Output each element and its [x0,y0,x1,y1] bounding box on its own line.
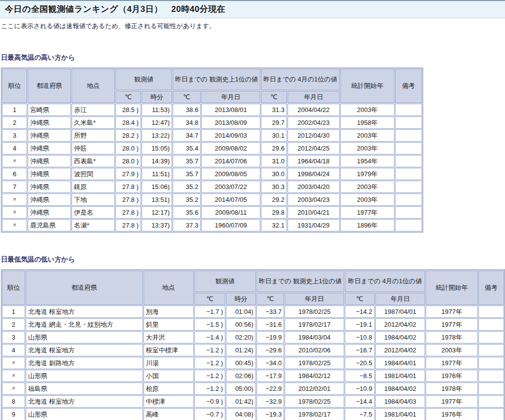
column-header-station: 地点 [144,270,194,305]
start-year-cell: 1954年 [340,155,395,167]
observed-time-cell: 15:05) [142,142,172,154]
start-year-cell: 1978年 [426,382,477,395]
prefecture-cell: 宮崎県 [28,104,71,116]
station-cell: 久米島* [72,116,115,129]
section-heading: 日最低気温の低い方から [1,255,505,264]
april-date-cell: 2012/04/25 [288,142,340,154]
observed-temp-cell: 28.5 ) [115,104,141,116]
unit-header-temp: ℃ [115,91,141,103]
observed-time-cell: 11:53) [142,104,172,116]
header-row-groups: 順位 都道府県 地点 観測値 昨日までの 観測史上1位の値 昨日までの 4月の1… [2,69,422,90]
station-cell: 伊是名 [72,206,115,219]
april-temp-cell: −14.2 [345,305,375,318]
april-date-cell: 1984/04/03 [375,395,426,408]
april-temp-cell: 29.6 [261,142,287,154]
start-year-cell: 1977年 [426,395,477,408]
observed-time-cell: 11:51) [142,168,172,180]
start-year-cell: 2003年 [340,129,395,142]
record-temp-cell: 34.8 [173,116,201,129]
column-header-prefecture: 都道府県 [28,69,71,103]
observed-temp-cell: −1.2 ) [194,382,225,395]
record-temp-cell: −19.3 [256,408,285,420]
april-temp-cell: 31.0 [261,155,287,167]
observed-time-cell: 13:51) [142,193,172,206]
april-date-cell: 2003/04/20 [288,181,340,193]
station-cell: 仲筋 [72,142,115,154]
column-header-april: 昨日までの 4月の1位の値 [345,270,426,292]
record-date-cell: 2013/08/09 [201,116,260,129]
april-date-cell: 1987/04/01 [375,305,426,318]
unit-header-date: 年月日 [285,293,344,305]
record-temp-cell: 37.3 [173,219,201,231]
record-temp-cell: −33.7 [256,305,285,318]
observed-temp-cell: 28.0 ) [115,155,141,167]
prefecture-cell: 沖縄県 [28,206,71,219]
prefecture-cell: 北海道 網走・北見・紋別地方 [26,318,143,331]
record-temp-cell: −32.9 [256,395,285,408]
start-year-cell: 1896年 [340,219,395,231]
table-row: 6沖縄県波照間27.9 )11:51)35.72009/08/0530.0199… [2,168,422,180]
start-year-cell: 1976年 [426,408,477,420]
rank-cell: 〃 [2,370,25,382]
record-temp-cell: −19.9 [256,331,285,344]
column-header-rank: 順位 [2,270,25,305]
record-temp-cell: −17.9 [256,370,285,382]
column-header-station: 地点 [72,69,115,103]
column-header-rank: 順位 [2,69,27,103]
record-temp-cell: 35.6 [173,206,201,219]
prefecture-cell: 沖縄県 [28,181,71,193]
unit-header-date: 年月日 [375,293,426,305]
start-year-cell: 2003年 [340,181,395,193]
observed-time-cell: 02:20) [226,331,256,344]
start-year-cell: 1977年 [426,318,477,331]
april-date-cell: 2010/04/21 [288,206,340,219]
record-date-cell: 2014/09/03 [201,129,260,142]
start-year-cell: 2003年 [340,193,395,206]
observed-time-cell: 00:56) [226,318,256,331]
observed-temp-cell: 28.2 ) [115,129,141,142]
prefecture-cell: 山形県 [26,331,143,344]
column-header-observed: 観測値 [194,270,256,292]
remarks-cell [395,104,422,116]
prefecture-cell: 山形県 [26,370,143,382]
unit-header-date: 年月日 [201,91,260,103]
record-date-cell: 1978/02/25 [285,357,344,369]
rank-cell: 1 [2,305,25,318]
rank-cell: 1 [2,104,27,116]
column-header-record: 昨日までの 観測史上1位の値 [173,69,260,90]
station-cell: 鏡原 [72,181,115,193]
april-temp-cell: 29.7 [261,116,287,129]
unit-header-temp: ℃ [173,91,201,103]
rank-cell: 3 [2,129,27,142]
station-cell: 西表島* [72,155,115,167]
record-date-cell: 2010/02/06 [285,344,344,356]
remarks-cell [478,344,504,356]
station-cell: 高峰 [144,408,194,420]
remarks-cell [478,395,504,408]
table-row: 1北海道 根室地方別海−1.7 )01:04)−33.71978/02/25−1… [2,305,504,318]
april-date-cell: 2003/04/23 [288,193,340,206]
unit-header-temp: ℃ [256,293,285,305]
rank-cell: 9 [2,408,25,420]
record-temp-cell: −22.9 [256,382,285,395]
record-date-cell: 2012/02/01 [285,382,344,395]
observed-temp-cell: 28.0 ) [115,142,141,154]
observed-temp-cell: 27.8 ) [115,181,141,193]
april-temp-cell: −7.5 [345,408,375,420]
unit-header-temp: ℃ [345,293,375,305]
observed-temp-cell: −1.2 ) [194,344,225,356]
remarks-cell [395,116,422,129]
rank-cell: 7 [2,181,27,193]
prefecture-cell: 沖縄県 [28,193,71,206]
observed-time-cell: 15:06) [142,181,172,193]
station-cell: 川湯 [144,357,194,369]
observed-temp-cell: −0.9 ) [194,395,225,408]
observed-time-cell: 00:45) [226,357,256,369]
prefecture-cell: 鹿児島県 [28,219,71,231]
april-date-cell: 2012/04/30 [288,129,340,142]
section-heading: 日最高気温の高い方から [1,53,505,62]
ranking-table: 順位 都道府県 地点 観測値 昨日までの 観測史上1位の値 昨日までの 4月の1… [1,269,505,420]
start-year-cell: 1977年 [426,305,477,318]
station-cell: 小国 [144,370,194,382]
station-cell: 波照間 [72,168,115,180]
